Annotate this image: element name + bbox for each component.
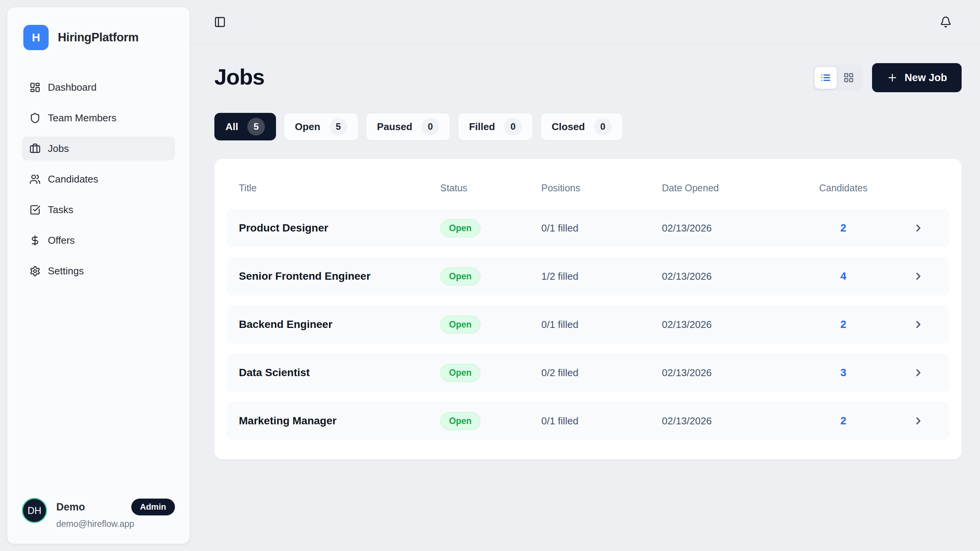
candidates-count: 2: [794, 415, 893, 427]
status-badge: Open: [440, 219, 480, 237]
notifications-button[interactable]: [940, 16, 952, 28]
filter-label: Closed: [552, 121, 585, 133]
job-title: Data Scientist: [239, 367, 440, 379]
brand: H HiringPlatform: [22, 23, 175, 50]
jobs-table-card: Title Status Positions Date Opened Candi…: [214, 159, 962, 459]
gear-icon: [29, 266, 41, 277]
candidates-count: 2: [794, 222, 893, 234]
chevron-right-icon[interactable]: [913, 367, 924, 378]
date-opened-cell: 02/13/2026: [662, 367, 794, 379]
sidebar-item-jobs[interactable]: Jobs: [22, 137, 175, 160]
chevron-right-icon[interactable]: [913, 319, 924, 330]
brand-logo-letter: H: [32, 31, 40, 44]
column-header-candidates: Candidates: [794, 183, 893, 194]
task-check-icon: [29, 204, 41, 215]
job-title: Marketing Manager: [239, 415, 440, 427]
filter-count-badge: 0: [594, 118, 612, 135]
table-row[interactable]: Marketing Manager Open 0/1 filled 02/13/…: [227, 402, 949, 440]
sidebar-item-dashboard[interactable]: Dashboard: [22, 75, 175, 99]
filter-label: Paused: [377, 121, 413, 133]
job-title: Backend Engineer: [239, 318, 440, 331]
chevron-right-icon[interactable]: [913, 222, 924, 234]
grid-view-icon: [843, 72, 854, 83]
candidates-count: 4: [794, 270, 893, 282]
brand-name: HiringPlatform: [58, 31, 139, 44]
grid-view-button[interactable]: [838, 67, 860, 89]
dashboard-icon: [29, 82, 41, 93]
filter-label: Open: [295, 121, 320, 133]
chevron-right-icon[interactable]: [913, 271, 924, 282]
dollar-icon: [29, 235, 41, 246]
column-header-positions: Positions: [541, 183, 662, 194]
status-badge: Open: [440, 316, 480, 334]
avatar-initials: DH: [28, 505, 41, 516]
table-row[interactable]: Backend Engineer Open 0/1 filled 02/13/2…: [227, 305, 949, 344]
page-title: Jobs: [214, 64, 265, 90]
users-icon: [29, 174, 41, 185]
sidebar-toggle-button[interactable]: [214, 16, 226, 28]
sidebar-item-label: Tasks: [48, 204, 73, 216]
candidates-count: 3: [794, 367, 893, 379]
job-title: Senior Frontend Engineer: [239, 270, 440, 282]
column-header-status: Status: [440, 183, 541, 194]
sidebar-item-tasks[interactable]: Tasks: [22, 198, 175, 222]
sidebar-item-offers[interactable]: Offers: [22, 228, 175, 252]
list-view-button[interactable]: [815, 67, 837, 89]
sidebar-item-settings[interactable]: Settings: [22, 259, 175, 283]
user-info: Demo Admin demo@hireflow.app: [56, 498, 175, 529]
sidebar: H HiringPlatform Dashboard Team Members …: [7, 7, 190, 544]
sidebar-nav: Dashboard Team Members Jobs Candidates T…: [22, 75, 175, 290]
sidebar-item-label: Jobs: [48, 143, 69, 155]
table-row[interactable]: Senior Frontend Engineer Open 1/2 filled…: [227, 257, 949, 295]
table-row[interactable]: Data Scientist Open 0/2 filled 02/13/202…: [227, 354, 949, 392]
filter-closed[interactable]: Closed 0: [541, 113, 623, 140]
brand-logo: H: [23, 25, 49, 50]
filter-count-badge: 5: [247, 118, 265, 135]
panel-toggle-icon: [214, 16, 226, 28]
view-toggle: [812, 65, 862, 91]
user-card[interactable]: DH Demo Admin demo@hireflow.app: [22, 498, 175, 529]
bell-icon: [940, 16, 952, 28]
status-badge: Open: [440, 364, 480, 382]
status-badge: Open: [440, 267, 480, 285]
filter-filled[interactable]: Filled 0: [458, 113, 533, 140]
topbar: [190, 0, 980, 44]
filter-paused[interactable]: Paused 0: [366, 113, 451, 140]
filter-count-badge: 0: [421, 118, 439, 135]
new-job-button[interactable]: New Job: [872, 63, 962, 92]
list-view-icon: [820, 72, 831, 83]
positions-cell: 1/2 filled: [541, 271, 662, 282]
column-header-title: Title: [239, 183, 440, 194]
date-opened-cell: 02/13/2026: [662, 415, 794, 427]
chevron-right-icon[interactable]: [913, 415, 924, 427]
filter-all[interactable]: All 5: [214, 113, 276, 140]
page-header: Jobs New Job: [214, 63, 962, 92]
column-header-date-opened: Date Opened: [662, 183, 794, 194]
sidebar-item-candidates[interactable]: Candidates: [22, 167, 175, 191]
user-name: Demo: [56, 501, 85, 513]
status-badge: Open: [440, 412, 480, 430]
date-opened-cell: 02/13/2026: [662, 222, 794, 234]
new-job-label: New Job: [905, 72, 947, 84]
positions-cell: 0/1 filled: [541, 319, 662, 331]
role-badge: Admin: [131, 499, 175, 515]
status-filters: All 5 Open 5 Paused 0 Filled 0 Closed 0: [214, 113, 962, 140]
main-area: Jobs New Job All 5: [190, 0, 980, 551]
header-actions: New Job: [812, 63, 962, 92]
avatar: DH: [22, 498, 47, 523]
filter-label: All: [225, 121, 238, 133]
shield-icon: [29, 112, 41, 124]
plus-icon: [887, 72, 898, 83]
positions-cell: 0/1 filled: [541, 415, 662, 427]
table-row[interactable]: Product Designer Open 0/1 filled 02/13/2…: [227, 209, 949, 247]
filter-open[interactable]: Open 5: [284, 113, 358, 140]
filter-count-badge: 0: [504, 118, 522, 135]
sidebar-item-label: Settings: [48, 265, 84, 277]
date-opened-cell: 02/13/2026: [662, 271, 794, 282]
sidebar-item-team-members[interactable]: Team Members: [22, 106, 175, 130]
page-content: Jobs New Job All 5: [190, 44, 980, 551]
sidebar-item-label: Team Members: [48, 112, 116, 124]
job-title: Product Designer: [239, 222, 440, 234]
sidebar-item-label: Offers: [48, 235, 75, 246]
table-header-row: Title Status Positions Date Opened Candi…: [227, 170, 949, 209]
